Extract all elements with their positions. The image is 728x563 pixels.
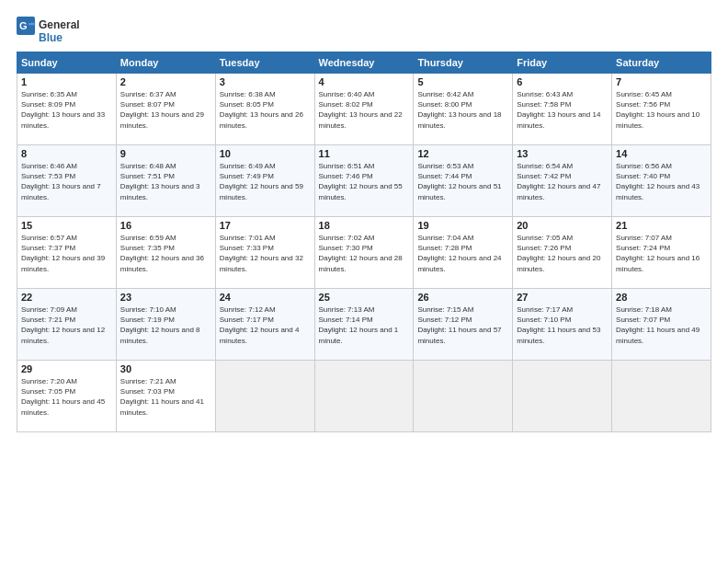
calendar-cell: 3 Sunrise: 6:38 AM Sunset: 8:05 PM Dayli…	[215, 74, 314, 145]
sunrise-text: Sunrise: 6:53 AM	[417, 161, 508, 171]
day-number: 14	[616, 148, 707, 159]
col-tuesday: Tuesday	[215, 52, 314, 74]
col-thursday: Thursday	[414, 52, 513, 74]
day-number: 23	[120, 292, 211, 303]
cell-content: Sunrise: 7:02 AM Sunset: 7:30 PM Dayligh…	[319, 233, 410, 274]
logo-blue-text: Blue	[39, 31, 80, 44]
sunset-text: Sunset: 7:21 PM	[21, 315, 112, 325]
day-number: 1	[21, 76, 112, 87]
cell-content: Sunrise: 6:56 AM Sunset: 7:40 PM Dayligh…	[616, 161, 707, 202]
calendar-cell: 23 Sunrise: 7:10 AM Sunset: 7:19 PM Dayl…	[116, 289, 215, 361]
daylight-text: Daylight: 13 hours and 33 minutes.	[21, 109, 112, 130]
calendar-cell: 9 Sunrise: 6:48 AM Sunset: 7:51 PM Dayli…	[116, 145, 215, 217]
sunset-text: Sunset: 7:37 PM	[21, 243, 112, 253]
sunrise-text: Sunrise: 7:10 AM	[120, 304, 211, 315]
sunrise-text: Sunrise: 6:45 AM	[616, 89, 707, 99]
sunset-text: Sunset: 7:33 PM	[220, 243, 311, 253]
sunrise-text: Sunrise: 6:57 AM	[21, 233, 112, 243]
day-number: 26	[417, 292, 508, 303]
calendar-cell: 27 Sunrise: 7:17 AM Sunset: 7:10 PM Dayl…	[513, 289, 612, 361]
day-number: 2	[120, 76, 211, 87]
sunset-text: Sunset: 7:40 PM	[616, 171, 707, 181]
daylight-text: Daylight: 12 hours and 1 minute.	[319, 325, 410, 345]
calendar-cell	[414, 361, 513, 432]
sunrise-text: Sunrise: 7:15 AM	[417, 304, 508, 315]
daylight-text: Daylight: 12 hours and 8 minutes.	[120, 325, 211, 345]
cell-content: Sunrise: 6:45 AM Sunset: 7:56 PM Dayligh…	[616, 89, 707, 131]
daylight-text: Daylight: 12 hours and 43 minutes.	[616, 181, 707, 201]
sunrise-text: Sunrise: 7:20 AM	[21, 376, 112, 386]
daylight-text: Daylight: 12 hours and 24 minutes.	[417, 253, 508, 273]
day-number: 28	[616, 292, 707, 303]
daylight-text: Daylight: 13 hours and 26 minutes.	[220, 109, 311, 130]
calendar-table: Sunday Monday Tuesday Wednesday Thursday…	[17, 52, 711, 432]
calendar-cell: 18 Sunrise: 7:02 AM Sunset: 7:30 PM Dayl…	[314, 217, 414, 289]
day-number: 9	[120, 148, 211, 159]
cell-content: Sunrise: 7:10 AM Sunset: 7:19 PM Dayligh…	[120, 304, 211, 346]
calendar-cell: 30 Sunrise: 7:21 AM Sunset: 7:03 PM Dayl…	[116, 361, 215, 432]
daylight-text: Daylight: 13 hours and 3 minutes.	[120, 181, 211, 201]
calendar-cell: 14 Sunrise: 6:56 AM Sunset: 7:40 PM Dayl…	[612, 145, 711, 217]
svg-text:G: G	[19, 20, 28, 31]
sunrise-text: Sunrise: 7:02 AM	[319, 233, 410, 243]
sunrise-text: Sunrise: 7:07 AM	[616, 233, 707, 243]
logo-svg: G	[17, 17, 37, 46]
day-number: 12	[417, 148, 508, 159]
calendar-cell: 6 Sunrise: 6:43 AM Sunset: 7:58 PM Dayli…	[513, 74, 612, 145]
calendar-cell: 7 Sunrise: 6:45 AM Sunset: 7:56 PM Dayli…	[612, 74, 711, 145]
cell-content: Sunrise: 7:18 AM Sunset: 7:07 PM Dayligh…	[616, 304, 707, 346]
sunset-text: Sunset: 7:26 PM	[517, 243, 608, 253]
calendar-cell: 26 Sunrise: 7:15 AM Sunset: 7:12 PM Dayl…	[414, 289, 513, 361]
sunrise-text: Sunrise: 6:51 AM	[319, 161, 410, 171]
sunset-text: Sunset: 7:51 PM	[120, 171, 211, 181]
day-number: 16	[120, 220, 211, 231]
cell-content: Sunrise: 6:43 AM Sunset: 7:58 PM Dayligh…	[517, 89, 608, 131]
day-number: 4	[319, 76, 410, 87]
calendar-cell: 4 Sunrise: 6:40 AM Sunset: 8:02 PM Dayli…	[314, 74, 414, 145]
week-row-2: 8 Sunrise: 6:46 AM Sunset: 7:53 PM Dayli…	[17, 145, 711, 217]
calendar-cell: 20 Sunrise: 7:05 AM Sunset: 7:26 PM Dayl…	[513, 217, 612, 289]
calendar-cell: 11 Sunrise: 6:51 AM Sunset: 7:46 PM Dayl…	[314, 145, 414, 217]
sunset-text: Sunset: 7:42 PM	[517, 171, 608, 181]
sunset-text: Sunset: 8:05 PM	[220, 99, 311, 109]
calendar-cell: 8 Sunrise: 6:46 AM Sunset: 7:53 PM Dayli…	[17, 145, 117, 217]
sunset-text: Sunset: 8:09 PM	[21, 99, 112, 109]
daylight-text: Daylight: 12 hours and 59 minutes.	[220, 181, 311, 201]
calendar-cell: 24 Sunrise: 7:12 AM Sunset: 7:17 PM Dayl…	[215, 289, 314, 361]
calendar-cell: 2 Sunrise: 6:37 AM Sunset: 8:07 PM Dayli…	[116, 74, 215, 145]
cell-content: Sunrise: 7:05 AM Sunset: 7:26 PM Dayligh…	[517, 233, 608, 274]
sunset-text: Sunset: 7:14 PM	[319, 315, 410, 325]
day-number: 19	[417, 220, 508, 231]
day-number: 27	[517, 292, 608, 303]
calendar-cell: 12 Sunrise: 6:53 AM Sunset: 7:44 PM Dayl…	[414, 145, 513, 217]
daylight-text: Daylight: 12 hours and 39 minutes.	[21, 253, 112, 273]
calendar-cell: 28 Sunrise: 7:18 AM Sunset: 7:07 PM Dayl…	[612, 289, 711, 361]
cell-content: Sunrise: 6:48 AM Sunset: 7:51 PM Dayligh…	[120, 161, 211, 202]
calendar-cell: 17 Sunrise: 7:01 AM Sunset: 7:33 PM Dayl…	[215, 217, 314, 289]
sunrise-text: Sunrise: 6:35 AM	[21, 89, 112, 99]
sunrise-text: Sunrise: 7:17 AM	[517, 304, 608, 315]
daylight-text: Daylight: 13 hours and 29 minutes.	[120, 109, 211, 130]
sunset-text: Sunset: 7:28 PM	[417, 243, 508, 253]
sunrise-text: Sunrise: 7:12 AM	[220, 304, 311, 315]
daylight-text: Daylight: 13 hours and 10 minutes.	[616, 109, 707, 130]
calendar-cell: 10 Sunrise: 6:49 AM Sunset: 7:49 PM Dayl…	[215, 145, 314, 217]
daylight-text: Daylight: 12 hours and 51 minutes.	[417, 181, 508, 201]
sunrise-text: Sunrise: 7:21 AM	[120, 376, 211, 386]
sunrise-text: Sunrise: 6:59 AM	[120, 233, 211, 243]
day-number: 20	[517, 220, 608, 231]
day-number: 22	[21, 292, 112, 303]
calendar-cell: 22 Sunrise: 7:09 AM Sunset: 7:21 PM Dayl…	[17, 289, 117, 361]
calendar-cell: 21 Sunrise: 7:07 AM Sunset: 7:24 PM Dayl…	[612, 217, 711, 289]
calendar-cell	[612, 361, 711, 432]
col-friday: Friday	[513, 52, 612, 74]
sunrise-text: Sunrise: 6:49 AM	[220, 161, 311, 171]
day-number: 25	[319, 292, 410, 303]
day-number: 10	[220, 148, 311, 159]
cell-content: Sunrise: 7:15 AM Sunset: 7:12 PM Dayligh…	[417, 304, 508, 346]
daylight-text: Daylight: 13 hours and 7 minutes.	[21, 181, 112, 201]
daylight-text: Daylight: 13 hours and 14 minutes.	[517, 109, 608, 130]
sunset-text: Sunset: 7:53 PM	[21, 171, 112, 181]
calendar-cell: 25 Sunrise: 7:13 AM Sunset: 7:14 PM Dayl…	[314, 289, 414, 361]
cell-content: Sunrise: 6:57 AM Sunset: 7:37 PM Dayligh…	[21, 233, 112, 274]
